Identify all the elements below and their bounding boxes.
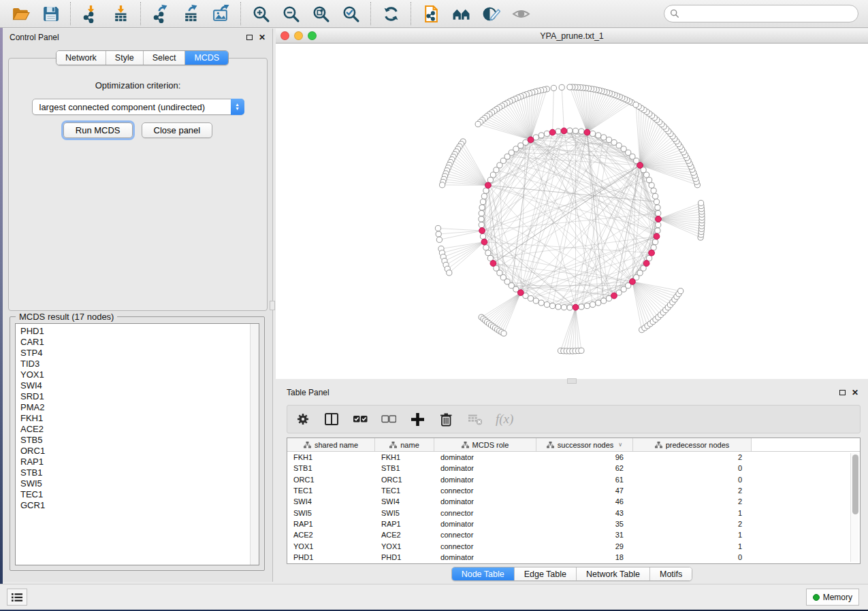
network-leaf-node <box>579 348 584 353</box>
zoom-fit-icon[interactable] <box>310 3 331 24</box>
network-node <box>483 188 489 193</box>
task-history-button[interactable] <box>7 589 27 606</box>
mcds-node-item[interactable]: PHD1 <box>20 326 259 337</box>
import-table-icon[interactable] <box>110 3 131 24</box>
node-table[interactable]: shared namenameMCDS rolesuccessor nodes∨… <box>287 437 861 564</box>
deselect-all-icon[interactable] <box>381 412 396 427</box>
zoom-out-icon[interactable] <box>280 3 301 24</box>
delete-icon[interactable] <box>438 412 453 427</box>
tab-motifs[interactable]: Motifs <box>650 567 692 580</box>
run-mcds-button[interactable]: Run MCDS <box>63 122 133 138</box>
network-file-icon[interactable] <box>421 3 441 24</box>
select-all-icon[interactable] <box>353 412 368 427</box>
save-session-icon[interactable] <box>40 3 61 24</box>
network-node <box>606 137 611 142</box>
close-table-panel-icon[interactable]: ✕ <box>852 389 858 397</box>
network-title: YPA_prune.txt_1 <box>276 31 868 41</box>
table-scrollbar[interactable] <box>850 453 858 562</box>
tab-style[interactable]: Style <box>106 51 144 65</box>
network-node <box>479 210 484 216</box>
open-session-icon[interactable] <box>10 3 31 24</box>
table-row[interactable]: STB1STB1dominator620 <box>287 463 860 474</box>
table-row[interactable]: RAP1RAP1dominator352 <box>287 518 860 529</box>
tab-node-table[interactable]: Node Table <box>452 567 515 580</box>
network-canvas[interactable] <box>276 44 868 379</box>
close-panel-button[interactable]: Close panel <box>142 122 213 138</box>
table-row[interactable]: PHD1PHD1dominator180 <box>287 552 860 563</box>
network-leaf-node <box>678 288 684 294</box>
network-node <box>533 135 539 140</box>
gear-icon[interactable] <box>295 412 310 427</box>
memory-label: Memory <box>823 593 852 602</box>
table-panel: Table Panel ✕ f(x) shared namenameMCDS r… <box>276 384 868 584</box>
mcds-node-item[interactable]: TID3 <box>20 359 259 369</box>
column-header-MCDS-role[interactable]: MCDS role <box>434 438 536 451</box>
network-node <box>651 245 656 250</box>
mcds-hub-node <box>485 182 492 188</box>
zoom-selected-icon[interactable] <box>340 3 361 24</box>
mcds-node-item[interactable]: ORC1 <box>20 446 259 457</box>
float-panel-icon[interactable] <box>246 35 253 40</box>
network-node <box>656 210 661 216</box>
vertical-splitter-handle[interactable] <box>270 301 275 310</box>
network-node <box>544 131 549 136</box>
table-row[interactable]: ORC1ORC1dominator610 <box>287 474 860 485</box>
mcds-hub-node <box>481 239 487 245</box>
mcds-node-item[interactable]: CAR1 <box>20 337 259 348</box>
export-table-icon[interactable] <box>180 3 201 24</box>
search-box[interactable] <box>664 5 858 22</box>
table-row[interactable]: FKH1FKH1dominator962 <box>287 452 860 463</box>
close-panel-icon[interactable]: ✕ <box>259 33 266 42</box>
tab-edge-table[interactable]: Edge Table <box>515 567 577 580</box>
add-icon[interactable] <box>410 412 425 427</box>
export-network-icon[interactable] <box>150 3 171 24</box>
hide-graphics-icon[interactable] <box>481 3 501 24</box>
table-cell: dominator <box>434 497 536 506</box>
mcds-node-item[interactable]: SRD1 <box>20 391 259 402</box>
import-network-icon[interactable] <box>80 3 101 24</box>
table-row[interactable]: YOX1YOX1connector291 <box>287 540 860 551</box>
mcds-result-list[interactable]: PHD1CAR1STP4TID3YOX1SWI4SRD1PMA2FKH1ACE2… <box>15 323 259 565</box>
mcds-node-item[interactable]: YOX1 <box>20 369 259 380</box>
mcds-hub-node <box>573 304 579 310</box>
binoculars-icon[interactable] <box>451 3 471 24</box>
mcds-node-item[interactable]: SWI4 <box>20 380 259 391</box>
tab-network-table[interactable]: Network Table <box>577 567 650 580</box>
mcds-node-item[interactable]: SWI5 <box>20 478 259 489</box>
mcds-list-scrollbar[interactable] <box>250 324 259 565</box>
column-header-predecessor-nodes[interactable]: predecessor nodes <box>633 438 752 451</box>
export-image-icon[interactable] <box>210 3 231 24</box>
table-row[interactable]: SWI5SWI5connector431 <box>287 507 860 518</box>
refresh-icon[interactable] <box>381 3 401 24</box>
tab-network[interactable]: Network <box>57 51 106 65</box>
mcds-node-item[interactable]: STP4 <box>20 348 259 359</box>
tab-mcds[interactable]: MCDS <box>185 51 228 65</box>
horizontal-splitter-handle[interactable] <box>567 378 577 384</box>
table-row[interactable]: TEC1TEC1connector472 <box>287 485 860 496</box>
mcds-node-item[interactable]: STB1 <box>20 467 259 478</box>
memory-button[interactable]: Memory <box>806 589 859 606</box>
network-node <box>601 298 607 303</box>
zoom-in-icon[interactable] <box>251 3 271 24</box>
columns-icon[interactable] <box>324 412 339 427</box>
mcds-node-item[interactable]: FKH1 <box>20 413 259 424</box>
mcds-hub-node <box>490 261 496 267</box>
mcds-node-item[interactable]: ACE2 <box>20 424 259 435</box>
network-leaf-node <box>436 237 442 242</box>
table-scrollbar-thumb[interactable] <box>852 455 858 514</box>
tab-select[interactable]: Select <box>144 51 186 65</box>
mcds-node-item[interactable]: TEC1 <box>20 489 259 500</box>
column-header-name[interactable]: name <box>375 438 434 451</box>
mcds-node-item[interactable]: STB5 <box>20 435 259 446</box>
search-input[interactable] <box>683 9 858 18</box>
mcds-node-item[interactable]: RAP1 <box>20 457 259 467</box>
mcds-node-item[interactable]: GCR1 <box>20 500 259 511</box>
column-header-successor-nodes[interactable]: successor nodes∨ <box>536 438 633 451</box>
mcds-node-item[interactable]: PMA2 <box>20 402 259 413</box>
table-row[interactable]: ACE2ACE2connector311 <box>287 529 860 540</box>
table-row[interactable]: SWI4SWI4dominator462 <box>287 496 860 507</box>
column-header-shared-name[interactable]: shared name <box>287 438 375 451</box>
criterion-select[interactable]: largest connected component (undirected)… <box>32 99 244 115</box>
eye-icon[interactable] <box>511 3 531 24</box>
float-table-panel-icon[interactable] <box>839 390 846 395</box>
